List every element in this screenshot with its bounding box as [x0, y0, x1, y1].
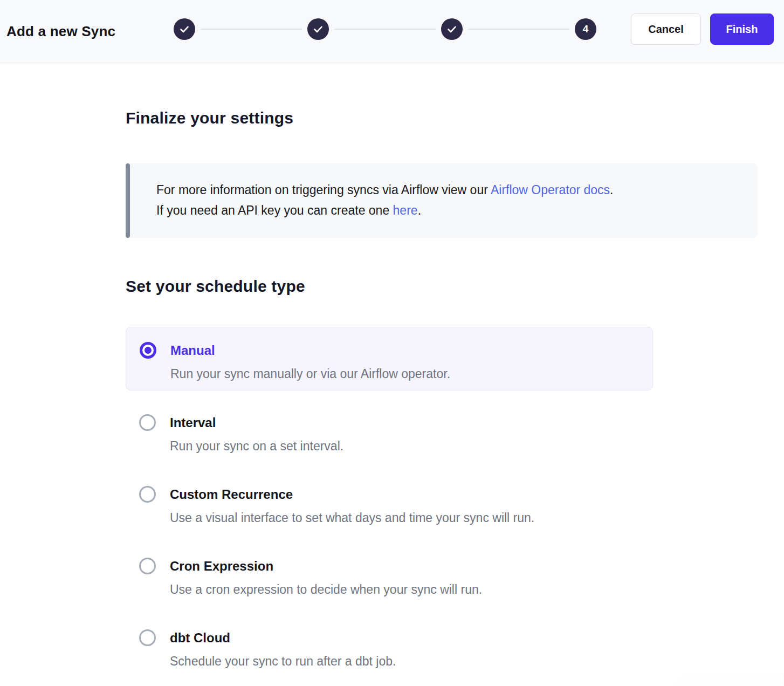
- option-label: Interval: [170, 414, 343, 431]
- schedule-option-dbt-cloud[interactable]: dbt Cloud Schedule your sync to run afte…: [126, 629, 762, 669]
- callout-line-1: For more information on triggering syncs…: [156, 180, 736, 200]
- option-description: Use a visual interface to set what days …: [170, 510, 534, 525]
- radio-button[interactable]: [139, 629, 156, 646]
- wizard-stepper: 4: [174, 18, 596, 40]
- option-text: Cron Expression Use a cron expression to…: [170, 558, 482, 597]
- option-description: Run your sync manually or via our Airflo…: [170, 366, 450, 381]
- option-text: Custom Recurrence Use a visual interface…: [170, 486, 534, 525]
- finish-button[interactable]: Finish: [710, 13, 774, 45]
- page-title: Add a new Sync: [6, 23, 115, 40]
- step-number: 4: [583, 23, 589, 35]
- wizard-header: Add a new Sync 4 Cancel Finish: [0, 0, 784, 63]
- radio-button[interactable]: [139, 558, 156, 574]
- info-callout: For more information on triggering syncs…: [126, 163, 758, 238]
- callout-line-2: If you need an API key you can create on…: [156, 200, 736, 221]
- step-connector: [201, 29, 302, 30]
- option-text: dbt Cloud Schedule your sync to run afte…: [170, 629, 396, 669]
- create-api-key-link[interactable]: here: [393, 203, 418, 217]
- option-description: Schedule your sync to run after a dbt jo…: [170, 654, 396, 669]
- option-label: Custom Recurrence: [170, 486, 534, 503]
- step-1-complete[interactable]: [174, 18, 195, 40]
- option-label: Cron Expression: [170, 558, 482, 574]
- option-label: dbt Cloud: [170, 629, 396, 646]
- callout-accent-bar: [126, 163, 130, 238]
- step-4-current[interactable]: 4: [575, 18, 596, 40]
- radio-dot: [145, 347, 152, 354]
- schedule-type-heading: Set your schedule type: [126, 277, 762, 296]
- step-3-complete[interactable]: [441, 18, 463, 40]
- cancel-button[interactable]: Cancel: [631, 13, 701, 45]
- schedule-option-custom-recurrence[interactable]: Custom Recurrence Use a visual interface…: [126, 486, 762, 525]
- radio-button[interactable]: [139, 414, 156, 431]
- step-connector: [468, 29, 569, 30]
- option-description: Run your sync on a set interval.: [170, 438, 343, 454]
- option-text: Manual Run your sync manually or via our…: [170, 342, 450, 381]
- radio-button[interactable]: [139, 486, 156, 503]
- check-icon: [448, 26, 456, 33]
- option-text: Interval Run your sync on a set interval…: [170, 414, 343, 454]
- option-description: Use a cron expression to decide when you…: [170, 582, 482, 597]
- finalize-heading: Finalize your settings: [126, 63, 762, 127]
- radio-button-selected[interactable]: [140, 342, 156, 359]
- schedule-options: Manual Run your sync manually or via our…: [126, 327, 762, 669]
- option-label: Manual: [170, 342, 450, 359]
- header-actions: Cancel Finish: [631, 13, 774, 45]
- step-2-complete[interactable]: [307, 18, 329, 40]
- step-connector: [334, 29, 436, 30]
- airflow-operator-docs-link[interactable]: Airflow Operator docs: [491, 183, 610, 197]
- main-content: Finalize your settings For more informat…: [0, 63, 784, 669]
- check-icon: [314, 26, 322, 33]
- schedule-option-interval[interactable]: Interval Run your sync on a set interval…: [126, 414, 762, 454]
- schedule-option-cron-expression[interactable]: Cron Expression Use a cron expression to…: [126, 558, 762, 597]
- schedule-option-manual[interactable]: Manual Run your sync manually or via our…: [126, 327, 653, 390]
- check-icon: [180, 26, 189, 33]
